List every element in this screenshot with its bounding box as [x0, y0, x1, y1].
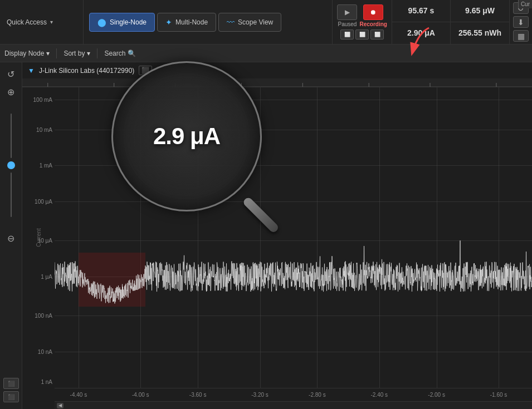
multi-node-label: Multi-Node — [175, 18, 208, 26]
y-label-1ma: 1 mA — [40, 162, 52, 169]
quick-access-label: Quick Access — [7, 18, 47, 26]
x-label-6: -2.00 s — [428, 392, 445, 398]
node-name-label: J-Link Silicon Labs (440172990) — [39, 67, 134, 75]
left-controls: ↺ ⊕ ⊖ ⬛ ⬛ — [0, 62, 22, 409]
y-label-10ua: 10 μA — [38, 238, 52, 244]
record-controls: ▶ Paused ⏺ Recording ⬜ ⬜ ⬜ — [333, 0, 392, 44]
download-button[interactable]: ⬇ — [513, 16, 529, 28]
energy-stat: 256.55 nWh — [451, 22, 509, 45]
y-label-100ua: 100 μA — [35, 199, 52, 205]
multi-node-button[interactable]: ✦ Multi-Node — [157, 13, 216, 32]
bottom-buttons: ⬛ ⬛ — [3, 378, 19, 405]
zoom-slider-container — [7, 102, 15, 228]
time-ruler — [22, 78, 532, 87]
search-label: Search — [104, 50, 125, 57]
power-stat: 9.65 μW — [451, 0, 509, 22]
waveform-canvas — [55, 87, 532, 388]
chart-body: Current 100 mA 10 mA 1 mA 100 μA 10 μA 1… — [22, 87, 532, 388]
view-buttons-group: ⬤ Single-Node ✦ Multi-Node 〰 Scope View — [84, 0, 332, 44]
toolbar-separator-1 — [56, 48, 57, 58]
node-collapse-icon[interactable]: ▼ — [28, 67, 35, 75]
x-label-2: -3.60 s — [189, 392, 207, 398]
display-node-chevron: ▾ — [46, 50, 50, 57]
chevron-down-icon: ▾ — [50, 19, 53, 25]
x-axis: -4.40 s -4.00 s -3.60 s -3.20 s -2.80 s … — [55, 388, 532, 401]
y-label-1na: 1 nA — [41, 379, 52, 385]
x-label-7: -1.60 s — [490, 392, 507, 398]
record-button[interactable]: ⏺ — [363, 4, 383, 20]
single-node-label: Single-Node — [110, 18, 147, 26]
small-buttons-row: ⬜ ⬜ ⬜ — [340, 29, 384, 40]
recording-label: Recording — [359, 21, 387, 27]
zoom-track — [11, 114, 12, 158]
y-axis: Current 100 mA 10 mA 1 mA 100 μA 10 μA 1… — [22, 87, 55, 388]
play-record-row: ▶ Paused ⏺ Recording — [337, 4, 387, 27]
search-icon: 🔍 — [128, 50, 136, 57]
display-node-label: Display Node — [4, 50, 44, 57]
y-label-100ma: 100 mA — [33, 96, 52, 102]
main-area: ↺ ⊕ ⊖ ⬛ ⬛ ▼ J-Link Silicon Labs (4401729… — [0, 62, 532, 409]
grid-button[interactable]: ▦ — [513, 30, 529, 42]
toolbar-separator-2 — [97, 48, 97, 58]
y-label-100na: 100 nA — [35, 313, 52, 319]
reset-zoom-button[interactable]: ↺ — [4, 67, 18, 81]
zoom-handle[interactable] — [7, 161, 15, 169]
paused-label: Paused — [338, 21, 357, 27]
sort-by-dropdown[interactable]: Sort by ▾ — [64, 50, 90, 57]
display-node-dropdown[interactable]: Display Node ▾ — [4, 50, 50, 57]
y-label-10na: 10 nA — [38, 349, 52, 355]
single-node-icon: ⬤ — [97, 18, 106, 27]
cur-label: Cur — [518, 0, 532, 8]
chart-container: ▼ J-Link Silicon Labs (440172990) ⬛ — [22, 62, 532, 409]
top-toolbar: Quick Access ▾ ⬤ Single-Node ✦ Multi-Nod… — [0, 0, 532, 45]
x-label-4: -2.80 s — [309, 392, 326, 398]
zoom-out-button[interactable]: ⊖ — [4, 231, 18, 246]
scope-view-button[interactable]: 〰 Scope View — [218, 13, 281, 32]
time-stat: 95.67 s — [392, 0, 451, 22]
x-label-5: -2.40 s — [370, 392, 388, 398]
search-button[interactable]: Search 🔍 — [104, 50, 136, 57]
zoom-track-2 — [11, 173, 12, 217]
x-label-3: -3.20 s — [251, 392, 269, 398]
y-label-1ua: 1 μA — [41, 274, 52, 280]
zoom-in-button[interactable]: ⊕ — [4, 85, 18, 99]
second-toolbar: Display Node ▾ Sort by ▾ Search 🔍 Cur — [0, 45, 532, 62]
single-node-button[interactable]: ⬤ Single-Node — [89, 13, 155, 32]
export-icon-btn[interactable]: ⬜ — [355, 29, 369, 40]
sort-by-chevron: ▾ — [87, 50, 90, 57]
chart-plot[interactable] — [55, 87, 532, 388]
node-settings-icon[interactable]: ⬛ — [139, 66, 152, 75]
table-icon-btn[interactable]: ⬜ — [370, 29, 384, 40]
scope-view-icon: 〰 — [227, 18, 235, 27]
range-btn-1[interactable]: ⬛ — [3, 378, 19, 389]
save-icon-btn[interactable]: ⬜ — [340, 29, 354, 40]
quick-access-dropdown[interactable]: Quick Access ▾ — [0, 0, 84, 44]
range-btn-2[interactable]: ⬛ — [3, 391, 19, 402]
scope-view-label: Scope View — [238, 18, 273, 26]
arrow-indicator — [384, 22, 440, 67]
x-label-0: -4.40 s — [70, 392, 87, 398]
scroll-left-button[interactable]: ◀ — [57, 403, 64, 408]
play-button[interactable]: ▶ — [337, 4, 357, 20]
chart-header: ▼ J-Link Silicon Labs (440172990) ⬛ — [22, 62, 532, 78]
sort-by-label: Sort by — [64, 50, 85, 57]
scrollbar-area[interactable]: ◀ — [55, 401, 532, 409]
x-label-1: -4.00 s — [132, 392, 149, 398]
y-label-10ma: 10 mA — [36, 126, 52, 132]
multi-node-icon: ✦ — [165, 18, 172, 27]
